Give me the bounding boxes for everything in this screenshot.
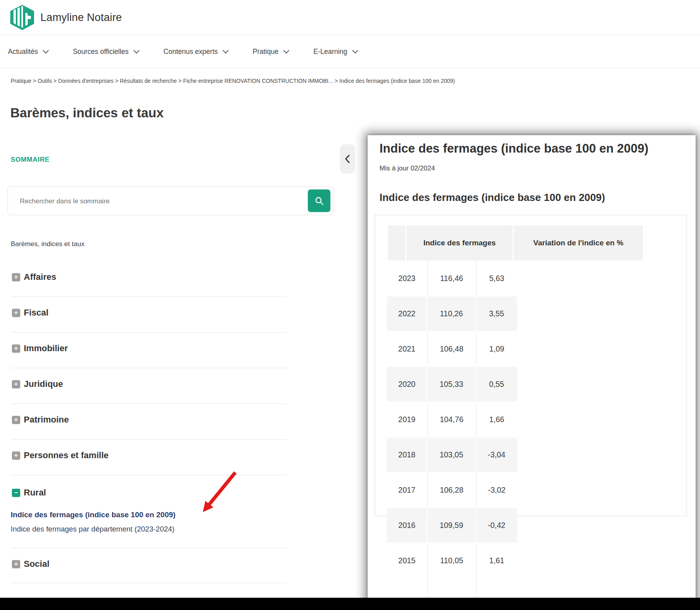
- panel-updated-date: Mis à jour 02/2024: [380, 164, 696, 172]
- collapse-icon[interactable]: −: [12, 489, 20, 497]
- toc-section-label: Patrimoine: [24, 415, 69, 425]
- variation-cell: 1,66: [476, 402, 517, 437]
- indice-cell: 103,05: [427, 438, 475, 472]
- nav-item-label: Actualités: [8, 48, 38, 56]
- expand-icon[interactable]: +: [12, 344, 20, 353]
- toc-link-indice-fermages[interactable]: Indice des fermages (indice base 100 en …: [11, 511, 175, 519]
- expand-icon[interactable]: +: [12, 451, 20, 460]
- divider: [11, 475, 286, 475]
- toc-section-fiscal[interactable]: + Fiscal: [12, 308, 48, 318]
- toc-section-label: Personnes et famille: [24, 450, 109, 461]
- variation-cell: 0,55: [476, 367, 517, 402]
- divider: [11, 368, 286, 368]
- indice-cell: 104,76: [427, 402, 475, 437]
- sommaire-heading: SOMMAIRE: [11, 156, 50, 164]
- expand-icon[interactable]: +: [12, 309, 20, 317]
- chevron-down-icon: [43, 48, 49, 54]
- toc-section-juridique[interactable]: + Juridique: [12, 379, 63, 389]
- nav-item-label: E-Learning: [313, 48, 347, 56]
- chevron-down-icon: [283, 48, 290, 54]
- toc-section-patrimoine[interactable]: + Patrimoine: [12, 415, 69, 425]
- toc-section-label: Immobilier: [24, 343, 68, 354]
- indice-cell: 110,26: [427, 296, 475, 331]
- toc-section-label: Social: [24, 559, 50, 569]
- year-cell: 2022: [387, 296, 427, 331]
- nav-item-sources-officielles[interactable]: Sources officielles: [73, 48, 139, 56]
- table-row: 2018 103,05 -3,04: [387, 438, 517, 472]
- bottom-black-bar: [0, 598, 700, 610]
- toc-section-label: Fiscal: [24, 308, 48, 318]
- table-header-empty: [388, 226, 405, 260]
- sommaire-search: [8, 186, 334, 215]
- table-row: 2021 106,48 1,09: [387, 332, 517, 366]
- year-cell: 2019: [387, 402, 427, 437]
- variation-cell: 1,61: [476, 543, 517, 578]
- year-cell: 2020: [387, 367, 427, 402]
- fermages-table-container: Indice des fermages Variation de l'indic…: [375, 215, 687, 516]
- nav-item-pratique[interactable]: Pratique: [253, 48, 288, 56]
- expand-icon[interactable]: +: [12, 273, 20, 281]
- nav-item-elearning[interactable]: E-Learning: [313, 48, 357, 56]
- table-header-variation: Variation de l'indice en %: [514, 226, 643, 260]
- variation-cell: -3,02: [476, 473, 517, 507]
- toc-section-label: Rural: [24, 488, 46, 498]
- page-title: Barèmes, indices et taux: [10, 105, 164, 120]
- breadcrumb[interactable]: Pratique > Outils > Données d'entreprise…: [11, 78, 455, 84]
- toc-section-personnes-et-famille[interactable]: + Personnes et famille: [12, 450, 109, 461]
- nav-item-contenus-experts[interactable]: Contenus experts: [164, 48, 228, 56]
- toc-section-rural[interactable]: − Rural: [12, 488, 46, 498]
- divider: [11, 583, 286, 583]
- toc-section-social[interactable]: + Social: [12, 559, 50, 569]
- indice-cell: 116,46: [427, 261, 475, 296]
- divider: [11, 403, 286, 404]
- indice-cell: 106,48: [427, 332, 475, 366]
- toc-section-label: Affaires: [24, 272, 56, 282]
- expand-icon[interactable]: +: [12, 560, 20, 568]
- table-row: 2022 110,26 3,55: [387, 296, 517, 331]
- divider: [11, 548, 286, 548]
- year-cell: 2021: [387, 332, 427, 366]
- chevron-down-icon: [352, 48, 358, 54]
- search-button[interactable]: [308, 189, 330, 212]
- main-nav: Actualités Sources officielles Contenus …: [0, 35, 700, 68]
- table-row: 2023 116,46 5,63: [387, 261, 517, 296]
- expand-icon[interactable]: +: [12, 380, 20, 388]
- panel-section-heading: Indice des fermages (indice base 100 en …: [380, 191, 696, 204]
- search-input[interactable]: [19, 187, 266, 215]
- indice-cell: 105,33: [427, 367, 475, 402]
- toc-root-label: Barèmes, indices et taux: [11, 240, 84, 248]
- variation-cell: 3,55: [476, 296, 517, 331]
- table-header-row: Indice des fermages Variation de l'indic…: [388, 226, 687, 260]
- brand-logo-icon: [10, 4, 35, 31]
- chevron-down-icon: [222, 48, 229, 54]
- year-cell: 2018: [387, 438, 427, 472]
- fermages-panel: Indice des fermages (indice base 100 en …: [368, 135, 696, 610]
- table-row: 2017 106,28 -3,02: [387, 473, 517, 507]
- toc-section-affaires[interactable]: + Affaires: [12, 272, 56, 282]
- toc-section-label: Juridique: [24, 379, 63, 389]
- expand-icon[interactable]: +: [12, 416, 20, 424]
- search-icon: [315, 196, 324, 206]
- indice-cell: 110,05: [427, 543, 475, 578]
- collapse-panel-button[interactable]: [340, 144, 355, 174]
- divider: [11, 332, 286, 333]
- variation-cell: -0,42: [476, 508, 517, 543]
- year-cell: 2017: [387, 473, 427, 507]
- table-row: 2020 105,33 0,55: [387, 367, 517, 402]
- nav-item-actualites[interactable]: Actualités: [8, 48, 48, 56]
- toc-link-indice-fermages-departement[interactable]: Indice des fermages par département (202…: [11, 525, 174, 534]
- nav-item-label: Contenus experts: [164, 48, 218, 56]
- chevron-down-icon: [133, 48, 139, 54]
- indice-cell: 109,59: [427, 508, 475, 543]
- year-cell: 2015: [387, 543, 427, 578]
- year-cell: 2016: [387, 508, 427, 543]
- indice-cell: 106,28: [427, 473, 475, 507]
- toc-section-immobilier[interactable]: + Immobilier: [12, 343, 68, 354]
- divider: [11, 439, 286, 440]
- divider: [11, 296, 286, 297]
- nav-item-label: Sources officielles: [73, 48, 129, 56]
- table-row: 2016 109,59 -0,42: [387, 508, 517, 543]
- nav-item-label: Pratique: [253, 48, 278, 56]
- table-row: 2015 110,05 1,61: [387, 543, 517, 578]
- chevron-left-icon: [343, 153, 352, 165]
